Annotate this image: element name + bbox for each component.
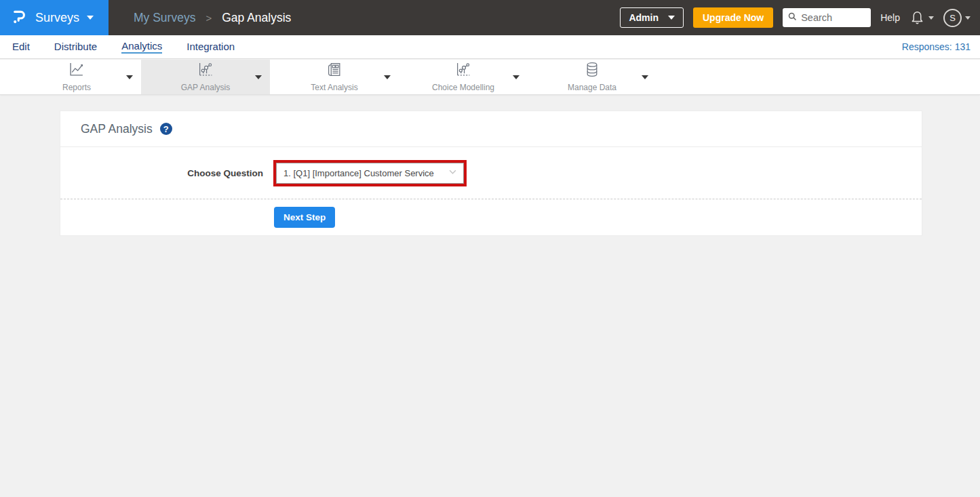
user-account-menu[interactable]: S <box>943 9 971 27</box>
survey-nav-row: Edit Distribute Analytics Integration Re… <box>0 35 980 59</box>
chevron-down-icon <box>87 16 94 20</box>
analytics-toolbar: Reports GAP Analysis <box>0 60 980 95</box>
question-select-dropdown[interactable]: 1. [Q1] [Importance] Customer Service <box>276 163 464 184</box>
breadcrumb-separator: > <box>205 12 212 24</box>
admin-dropdown-button[interactable]: Admin <box>620 7 684 28</box>
toolbar-item-label: Manage Data <box>568 83 616 92</box>
choose-question-row: Choose Question 1. [Q1] [Importance] Cus… <box>60 147 922 199</box>
toolbar-item-label: GAP Analysis <box>181 83 230 92</box>
breadcrumb-my-surveys[interactable]: My Surveys <box>134 11 195 25</box>
bubble-trend-chart-icon <box>454 62 472 80</box>
manage-data-dropdown-caret[interactable] <box>642 75 648 79</box>
tab-analytics[interactable]: Analytics <box>121 40 162 54</box>
avatar: S <box>943 9 962 27</box>
toolbar-item-reports[interactable]: Reports <box>12 60 141 94</box>
search-box[interactable] <box>783 8 871 27</box>
toolbar-item-label: Reports <box>62 83 91 92</box>
line-chart-icon <box>68 62 85 80</box>
chevron-down-icon <box>928 16 934 20</box>
toolbar-item-label: Choice Modelling <box>432 83 494 92</box>
product-label: Surveys <box>35 11 79 25</box>
admin-label: Admin <box>629 12 659 23</box>
bubble-trend-chart-icon <box>197 62 214 80</box>
selected-question-value: 1. [Q1] [Importance] Customer Service <box>283 168 434 178</box>
gap-analysis-card: GAP Analysis ? Choose Question 1. [Q1] [… <box>60 111 922 236</box>
questionpro-logo-icon <box>11 8 28 28</box>
product-switcher[interactable]: Surveys <box>0 0 109 35</box>
chevron-down-icon <box>448 167 458 179</box>
tab-distribute[interactable]: Distribute <box>54 41 97 53</box>
toolbar-item-gap-analysis[interactable]: GAP Analysis <box>141 60 270 94</box>
tab-edit[interactable]: Edit <box>12 41 30 53</box>
text-analysis-dropdown-caret[interactable] <box>384 75 391 79</box>
notification-bell-icon <box>909 9 925 27</box>
search-input[interactable] <box>801 12 862 23</box>
help-question-icon[interactable]: ? <box>160 123 172 135</box>
top-bar: Surveys My Surveys > Gap Analysis Admin … <box>0 0 980 35</box>
toolbar-item-label: Text Analysis <box>311 83 357 92</box>
card-footer-row: Next Step <box>60 199 922 235</box>
toolbar-item-manage-data[interactable]: Manage Data <box>528 60 656 94</box>
chevron-down-icon <box>965 16 971 20</box>
reports-dropdown-caret[interactable] <box>126 75 133 79</box>
nav-tabs: Edit Distribute Analytics Integration <box>12 40 235 54</box>
help-link[interactable]: Help <box>880 12 900 23</box>
responses-count[interactable]: Responses: 131 <box>902 41 971 52</box>
database-icon <box>583 62 601 80</box>
tab-integration[interactable]: Integration <box>187 41 235 53</box>
newspaper-document-icon <box>326 62 343 80</box>
upgrade-now-button[interactable]: Upgrade Now <box>693 7 773 28</box>
choose-question-label: Choose Question <box>60 168 263 178</box>
page-title: GAP Analysis <box>81 122 153 136</box>
chevron-down-icon <box>668 16 675 20</box>
choice-modelling-dropdown-caret[interactable] <box>513 75 520 79</box>
search-icon <box>787 12 798 24</box>
topbar-right-cluster: Admin Upgrade Now Help <box>620 7 971 28</box>
card-title-row: GAP Analysis ? <box>60 111 922 147</box>
toolbar-item-choice-modelling[interactable]: Choice Modelling <box>399 60 528 94</box>
breadcrumb-current-page: Gap Analysis <box>222 11 291 25</box>
notifications-menu[interactable] <box>909 9 934 27</box>
gap-analysis-dropdown-caret[interactable] <box>255 75 262 79</box>
breadcrumb: My Surveys > Gap Analysis <box>134 11 291 25</box>
red-annotation-highlight: 1. [Q1] [Importance] Customer Service <box>273 160 467 186</box>
toolbar-item-text-analysis[interactable]: Text Analysis <box>270 60 399 94</box>
next-step-button[interactable]: Next Step <box>274 207 335 228</box>
